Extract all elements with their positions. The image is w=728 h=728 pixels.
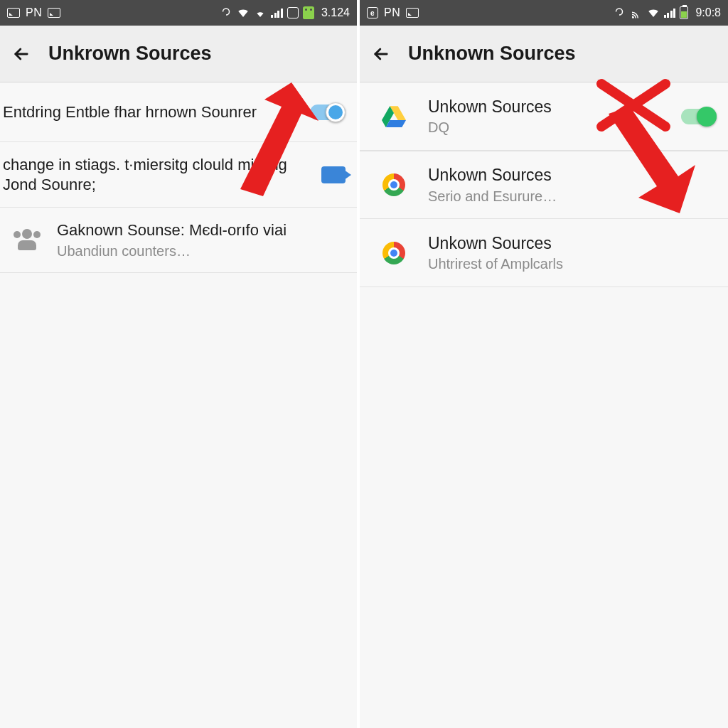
signal-icon-right [664, 8, 676, 18]
drive-icon [382, 106, 406, 127]
row-chrome1-title: Unkown Sources [428, 165, 717, 186]
row-chrome1-sub: Serio and Esurure… [428, 188, 717, 205]
appbar-right: Unknown Sources [360, 26, 728, 82]
screenshot-icon [7, 8, 20, 18]
row-chrome-2[interactable]: Unkown Sources Uhtrirest of Amplcarls [360, 219, 728, 287]
page-title-left: Unkrown Sources [48, 43, 212, 65]
row-drive[interactable]: Unkown Sources DQ [360, 82, 728, 151]
swirl-icon-right [613, 6, 626, 19]
image-icon-right [406, 8, 419, 18]
status-time-left: 3.124 [321, 6, 350, 19]
wifi-icon [237, 6, 250, 19]
chrome-icon [382, 173, 405, 196]
battery-icon-right [680, 6, 688, 19]
phone-right: e PN 9:0:8 Unknown Sources [360, 0, 728, 728]
camera-icon [321, 166, 346, 183]
android-icon [303, 6, 314, 19]
statusbar-right: e PN 9:0:8 [360, 0, 728, 26]
swirl-icon [220, 6, 232, 19]
statusbar-left: PN 3.124 [0, 0, 357, 26]
row-chrome2-title: Unkown Sources [428, 233, 717, 254]
sim-icon [287, 7, 299, 18]
signal-icon [271, 8, 283, 18]
page-title-right: Unknown Sources [408, 43, 576, 65]
row-drive-sub: DQ [428, 119, 663, 136]
row-enable-unknown[interactable]: Entdring Entble fhar hrnown Sounrer [0, 82, 357, 142]
row-description-text: change in stiags. t·miersitg clould mitt… [3, 155, 291, 194]
row-gaknown-sub: Ubandiun counters… [57, 243, 346, 259]
back-button[interactable] [10, 43, 33, 65]
row-description[interactable]: change in stiags. t·miersitg clould mitt… [0, 142, 357, 208]
back-button-right[interactable] [370, 43, 392, 65]
appbar-left: Unkrown Sources [0, 26, 357, 82]
people-icon [15, 229, 39, 250]
status-time-right: 9:0:8 [695, 6, 721, 19]
chrome-icon-2 [382, 242, 405, 264]
image-icon [48, 8, 60, 18]
row-chrome-1[interactable]: Unkown Sources Serio and Esurure… [360, 151, 728, 219]
row-enable-unknown-title: Entdring Entble fhar hrnown Sounrer [3, 102, 291, 122]
toggle-unknown-sources[interactable] [310, 102, 346, 122]
wifi-icon-right [647, 6, 660, 19]
row-chrome2-sub: Uhtrirest of Amplcarls [428, 256, 717, 272]
row-drive-title: Unkown Sources [428, 97, 663, 117]
row-gaknown-title: Gaknown Sounse: Mєdι-orıfo viai [57, 220, 346, 240]
wifi2-icon [254, 6, 267, 19]
row-gaknown[interactable]: Gaknown Sounse: Mєdι-orıfo viai Ubandiun… [0, 208, 357, 273]
e-icon: e [367, 7, 378, 18]
status-pn: PN [26, 6, 42, 19]
status-pn-right: PN [384, 6, 400, 19]
settings-list-right: Unkown Sources DQ Unkown Sources Serio a… [360, 82, 728, 287]
phone-left: PN 3.124 Unkrown Sources E [0, 0, 360, 728]
cast-icon [630, 6, 643, 19]
toggle-drive[interactable] [681, 107, 717, 127]
settings-list-left: Entdring Entble fhar hrnown Sounrer chan… [0, 82, 357, 273]
